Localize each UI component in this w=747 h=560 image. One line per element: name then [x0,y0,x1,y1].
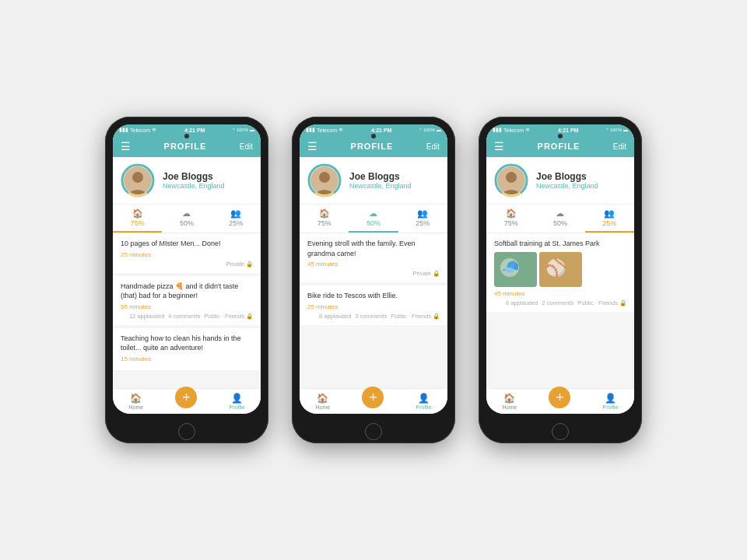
phone-home-button-3[interactable] [552,423,569,440]
tab-cloud-value-1: 50% [180,219,194,227]
time-2: 4:21 PM [371,128,391,133]
feed-time-2-2: 25 minutes [307,303,440,310]
fab-3[interactable]: + [549,387,570,408]
tab-home-2[interactable]: 🏠 75% [300,205,349,233]
fab-icon-3: + [556,390,564,404]
profile-name-3: Joe Bloggs [536,171,598,182]
tab-friends-1[interactable]: 👥 25% [212,205,261,233]
time-1: 4:21 PM [184,128,205,133]
bottom-home-icon-1: 🏠 [130,393,142,404]
tab-home-3[interactable]: 🏠 75% [486,205,535,233]
edit-button-2[interactable]: Edit [426,142,440,151]
bottom-profile-2[interactable]: 👤 Profile [416,393,432,410]
tab-friends-icon-2: 👥 [417,208,428,219]
tab-cloud-3[interactable]: ☁ 50% [535,205,584,233]
bottom-profile-label-2: Profile [416,404,432,410]
applaud-2-2: 8 applauded [319,313,351,320]
fab-1[interactable]: + [175,387,197,408]
carrier-3: Telecom [503,128,524,133]
tab-home-1[interactable]: 🏠 75% [113,205,162,233]
avatar-img-3 [497,166,525,194]
signal-icon-3: ▮▮▮ [493,127,502,133]
profile-header-2: Joe Bloggs Newcastle, England [300,157,447,205]
svg-text:⚾: ⚾ [545,257,567,278]
menu-icon-2[interactable]: ☰ [307,140,317,152]
battery-1: 100% [237,128,248,132]
tab-home-value-2: 75% [317,219,331,227]
tab-home-value-3: 75% [504,219,518,227]
status-left-3: ▮▮▮ Telecom ≋ [493,127,530,133]
tabs-1: 🏠 75% ☁ 50% 👥 25% [113,205,261,233]
profile-info-1: Joe Bloggs Newcastle, England [163,171,225,190]
edit-button-1[interactable]: Edit [240,142,253,151]
tabs-3: 🏠 75% ☁ 50% 👥 25% [486,205,634,233]
signal-icon-2: ▮▮▮ [306,127,315,133]
nav-title-1: PROFILE [164,142,207,151]
menu-icon-3[interactable]: ☰ [494,140,504,152]
feed-time-1-1: 25 minutes [121,251,253,258]
battery-2: 100% [423,128,435,132]
menu-icon-1[interactable]: ☰ [121,140,131,152]
feed-item-1-3: Teaching how to clean his hands in the t… [113,328,261,370]
feed-time-1-2: 95 minutes [121,303,253,310]
feed-meta-1-2: 12 applauded 4 comments Public · Friends… [121,313,253,320]
feed-text-2-1: Evening stroll with the family. Even gra… [307,239,440,258]
phone-home-button-1[interactable] [178,423,195,440]
wifi-icon-1: ≋ [152,127,156,133]
phone-home-button-2[interactable] [365,423,382,440]
wifi-icon-3: ≋ [525,127,530,133]
status-right-1: * 100% ▬ [233,128,254,132]
bottom-profile-icon-2: 👤 [418,393,430,404]
feed-1: 10 pages of MIster Men... Done! 25 minut… [113,233,261,388]
svg-point-11 [506,172,517,183]
tab-friends-3[interactable]: 👥 25% [585,205,634,233]
edit-button-3[interactable]: Edit [613,142,626,151]
tab-cloud-icon-3: ☁ [556,208,564,219]
profile-location-3: Newcastle, England [536,182,598,190]
avatar-img-2 [310,166,338,194]
feed-3: Softball training at St. James Park 🧢 [486,233,634,388]
fab-icon-2: + [369,390,377,404]
tab-cloud-2[interactable]: ☁ 50% [349,205,398,233]
bottom-home-2[interactable]: 🏠 Home [316,393,331,410]
profile-header-3: Joe Bloggs Newcastle, England [486,157,634,205]
bottom-home-1[interactable]: 🏠 Home [129,393,144,410]
bottom-home-3[interactable]: 🏠 Home [503,393,517,410]
bottom-nav-2: 🏠 Home + 👤 Profile [300,388,447,414]
bottom-profile-1[interactable]: 👤 Profile [230,393,245,410]
comments-3-1: 2 comments [542,299,573,306]
applaud-3-1: 6 applauded [506,299,538,306]
feed-text-3-1: Softball training at St. James Park [494,239,626,249]
tab-friends-2[interactable]: 👥 25% [398,205,447,233]
profile-info-2: Joe Bloggs Newcastle, England [349,171,412,190]
fab-icon-1: + [182,390,191,404]
bottom-nav-3: 🏠 Home + 👤 Profile [486,388,634,414]
profile-name-1: Joe Bloggs [163,171,225,182]
nav-title-2: PROFILE [351,142,394,151]
status-left-2: ▮▮▮ Telecom ≋ [306,127,343,133]
feed-2: Evening stroll with the family. Even gra… [300,233,447,388]
battery-3: 100% [610,128,622,132]
status-bar-2: ▮▮▮ Telecom ≋ 4:21 PM * 100% ▬ [300,124,447,135]
tab-friends-icon-3: 👥 [604,208,615,219]
tab-home-icon-3: 🏠 [506,208,517,219]
phone-3-screen: ▮▮▮ Telecom ≋ 4:21 PM * 100% ▬ ☰ PROFILE… [486,124,634,414]
bottom-profile-3[interactable]: 👤 Profile [603,393,619,410]
bottom-profile-icon-3: 👤 [605,393,616,404]
time-3: 4:21 PM [558,128,578,133]
privacy-3-1: Public · Friends 🔒 [577,299,626,306]
feed-photo-1: 🧢 [494,252,537,287]
phone-1-screen: ▮▮▮ Telecom ≋ 4:21 PM * 100% ▬ ☰ PROFILE… [113,124,261,414]
feed-time-2-1: 45 minutes [307,261,440,268]
fab-2[interactable]: + [362,387,384,408]
status-bar-3: ▮▮▮ Telecom ≋ 4:21 PM * 100% ▬ [486,124,634,135]
tab-cloud-1[interactable]: ☁ 50% [162,205,211,233]
feed-meta-2-1: Private 🔒 [307,270,440,277]
comments-2-2: 3 comments [355,313,387,320]
profile-location-2: Newcastle, England [349,182,412,190]
feed-text-2-2: Bike ride to Tescos with Ellie. [307,291,440,301]
svg-point-3 [132,172,143,183]
privacy-badge-2-1: Private 🔒 [413,270,440,277]
tab-home-icon-1: 🏠 [132,208,143,219]
tab-cloud-value-3: 50% [553,219,567,227]
